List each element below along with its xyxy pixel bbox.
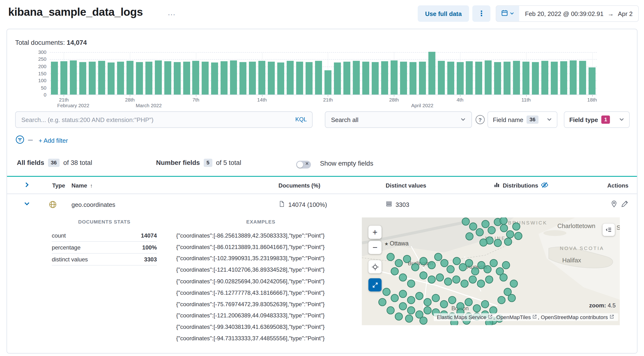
collapse-row-button[interactable] <box>17 194 37 215</box>
attribution-link[interactable]: OpenStreetMap contributors <box>541 314 608 320</box>
x-tick-mark <box>526 95 526 96</box>
use-full-data-button[interactable]: Use full data <box>418 5 469 22</box>
field-type-filter-button[interactable]: Field type 1 <box>564 111 630 128</box>
show-empty-fields-label[interactable]: Show empty fields <box>320 160 373 167</box>
fields-summary-bar: All fields 36 of 38 total Number fields … <box>7 157 637 171</box>
x-tick-mark <box>262 95 262 96</box>
map-data-point <box>404 255 411 263</box>
x-tick-mark <box>460 95 460 96</box>
map-data-point <box>434 253 442 261</box>
external-link-icon <box>532 314 537 319</box>
title-options-icon[interactable]: ⋯ <box>168 10 176 19</box>
row-actions <box>610 194 628 215</box>
histogram-bar <box>174 62 180 94</box>
histogram-bar <box>447 62 454 95</box>
fit-to-data-button[interactable] <box>368 260 382 273</box>
map-data-point <box>399 274 406 281</box>
map-data-point <box>476 229 483 236</box>
histogram-bar <box>344 62 350 95</box>
map-data-point <box>441 260 448 267</box>
map-data-point <box>480 239 487 246</box>
total-documents-label: Total documents: <box>15 39 65 46</box>
map-data-point <box>498 296 505 304</box>
collapse-legend-button[interactable] <box>602 224 615 236</box>
number-fields-total: of 5 total <box>216 159 241 166</box>
histogram-bar <box>211 62 218 95</box>
kebab-menu-button[interactable]: ⋮ <box>472 5 490 22</box>
header-name[interactable]: Name ↑ <box>72 177 92 194</box>
y-gridline <box>50 52 597 53</box>
example-value: {"coordinates":[-86.01213889,31.86041667… <box>176 241 353 253</box>
date-range-end[interactable]: Apr 2 <box>618 10 632 17</box>
map-data-point <box>432 294 440 302</box>
header-type: Type <box>52 177 65 194</box>
page-title: kibana_sample_data_logs <box>8 6 143 18</box>
header-distributions-label: Distributions <box>503 182 538 189</box>
x-tick-mark <box>592 95 592 96</box>
show-empty-fields-toggle[interactable]: ✕ <box>296 161 311 169</box>
x-axis-label: 28th <box>389 97 399 103</box>
kebab-icon: ⋮ <box>478 9 485 18</box>
help-icon[interactable]: ? <box>476 115 484 124</box>
histogram-bar <box>485 60 492 95</box>
eye-slash-icon[interactable] <box>541 181 548 190</box>
map-data-point <box>453 276 460 283</box>
date-picker: Feb 20, 2022 @ 00:39:02.91 → Apr 2 <box>496 5 639 22</box>
zoom-value: 4.5 <box>608 302 616 309</box>
map-data-point <box>510 280 518 287</box>
document-count-chart: 050100150200250300 21th28th7th14th21th28… <box>7 52 637 109</box>
filter-set-icon[interactable] <box>15 135 25 146</box>
add-filter-button[interactable]: + Add filter <box>38 137 68 144</box>
map-data-point <box>412 264 419 271</box>
date-range-start[interactable]: Feb 20, 2022 @ 00:39:02.91 <box>525 10 604 17</box>
x-tick-mark <box>328 95 328 96</box>
all-fields-summary: All fields 36 of 38 total <box>17 159 92 167</box>
map-pin-icon[interactable] <box>610 200 618 209</box>
date-picker-toggle[interactable] <box>496 6 519 22</box>
x-axis-label: 7th <box>192 97 200 103</box>
map-data-point <box>379 298 386 306</box>
y-axis-label: 150 <box>7 71 46 77</box>
histogram-bar <box>202 62 209 95</box>
histogram-bar <box>268 62 275 95</box>
search-scope-select[interactable]: Search all <box>325 111 472 128</box>
map-data-point <box>465 298 472 306</box>
search-input[interactable] <box>15 111 312 128</box>
expand-all-button[interactable] <box>17 177 37 194</box>
zoom-out-button[interactable]: − <box>368 241 382 254</box>
field-name-filter-button[interactable]: Field name 36 <box>488 111 557 128</box>
map-data-point <box>461 280 468 287</box>
map-data-point <box>424 307 431 314</box>
date-range-arrow-icon: → <box>608 10 614 17</box>
histogram-bar <box>551 62 558 95</box>
map-data-point <box>514 232 522 240</box>
edit-icon[interactable] <box>621 200 628 209</box>
map-data-point <box>391 268 398 275</box>
example-value: {"coordinates":[-94.73133333,37.44855556… <box>176 333 353 344</box>
zoom-in-button[interactable]: + <box>368 226 382 239</box>
map-data-point <box>395 260 402 267</box>
chevron-right-icon <box>24 182 30 189</box>
stats-label: percentage <box>52 244 80 251</box>
documents-cell: 14074 (100%) <box>278 194 327 215</box>
stack-icon <box>386 200 392 208</box>
histogram-bar <box>249 62 256 95</box>
expand-map-button[interactable] <box>368 278 382 291</box>
map-data-point <box>508 294 516 302</box>
histogram-bar <box>117 62 124 95</box>
attribution-link[interactable]: OpenMapTiles <box>496 314 531 320</box>
map-data-point <box>428 261 435 269</box>
field-name: geo.coordinates <box>72 194 115 215</box>
calendar-icon <box>501 9 508 18</box>
kql-button[interactable]: KQL <box>295 116 307 122</box>
histogram-bar <box>155 60 162 95</box>
x-tick-mark <box>394 95 394 96</box>
filter-divider <box>28 140 33 141</box>
fields-table-header: Type Name ↑ Documents (%) Distinct value… <box>7 177 637 194</box>
chevron-down-icon <box>24 201 30 208</box>
attribution-link[interactable]: Elastic Maps Service <box>437 314 486 320</box>
x-axis-month-label: March 2022 <box>136 103 162 108</box>
histogram-bar <box>287 61 294 94</box>
table-row-geo-coordinates[interactable]: geo.coordinates 14074 (100%) 3303 <box>7 194 637 215</box>
stats-row: percentage100% <box>52 242 157 254</box>
